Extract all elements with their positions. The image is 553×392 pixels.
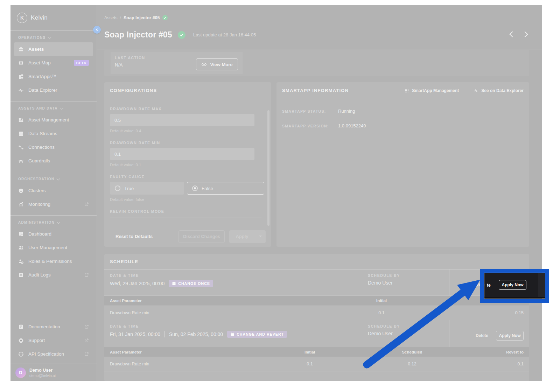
section-label-orchestration[interactable]: ORCHESTRATION <box>18 177 93 181</box>
change-once-badge: CHANGE ONCE <box>169 280 213 287</box>
view-more-button[interactable]: View More <box>196 58 238 70</box>
sidebar-item-roles-permissions[interactable]: Roles & Permissions <box>14 254 93 268</box>
see-on-data-explorer-link[interactable]: See on Data Explorer <box>474 88 524 93</box>
sidebar-item-connections[interactable]: Connections <box>14 140 93 154</box>
external-link-icon <box>84 202 89 206</box>
section-label-administration[interactable]: ADMINISTRATION <box>18 220 93 224</box>
apply-button[interactable]: Apply <box>229 230 266 243</box>
drawdown-rate-min-input[interactable]: 0.1 <box>110 148 254 160</box>
sidebar-item-support[interactable]: Support <box>14 334 93 347</box>
field-default-hint: Default value: 0.1 <box>110 163 266 167</box>
status-check-icon <box>178 31 186 39</box>
sidebar-item-label: SmartApps™ <box>28 74 56 79</box>
field-drawdown-rate-min: DRAWDOWN RATE MIN 0.1 Default value: 0.1 <box>110 141 266 167</box>
users-icon <box>18 245 24 251</box>
cell-parameter: Drawdown Rate min <box>104 362 273 366</box>
smartapp-information-title: SMARTAPP INFORMATION <box>282 88 349 93</box>
header-divider <box>97 49 542 49</box>
sidebar-item-smartapps[interactable]: SmartApps™ <box>14 70 93 83</box>
sidebar-item-audit-logs[interactable]: Audit Logs <box>14 268 93 282</box>
apply-now-button[interactable]: Apply Now <box>496 331 524 341</box>
clusters-icon <box>18 188 24 194</box>
schedule-title: SCHEDULE <box>110 259 138 264</box>
asset-map-icon <box>18 60 24 66</box>
field-label: DRAWDOWN RATE MIN <box>110 141 266 145</box>
last-action-cell: LAST ACTION N/A <box>111 52 181 74</box>
next-asset-button[interactable] <box>522 31 528 37</box>
view-more-label: View More <box>210 62 232 67</box>
sidebar-item-asset-management[interactable]: Asset Management <box>14 113 93 127</box>
reset-to-defaults-button[interactable]: Reset to Defaults <box>115 234 153 239</box>
external-link-icon <box>84 338 89 343</box>
schedule-date: Wed, 29 Jan 2025, 00:00 <box>110 281 164 286</box>
faulty-gauge-false-option[interactable]: False <box>187 182 264 195</box>
sidebar-item-label: Clusters <box>28 188 46 193</box>
view-more-cell: View More <box>181 52 243 74</box>
apply-label: Apply <box>229 234 255 239</box>
data-streams-icon <box>18 131 24 136</box>
support-icon <box>18 338 24 343</box>
sidebar-item-monitoring[interactable]: Monitoring <box>14 197 93 211</box>
sidebar-item-api-specification[interactable]: API Specification <box>14 347 93 361</box>
user-profile[interactable]: D Demo User demo@kelvin.ai <box>10 364 97 381</box>
last-action-panel: LAST ACTION N/A View More <box>104 50 529 76</box>
sidebar-item-data-explorer[interactable]: Data Explorer <box>14 83 93 97</box>
page-title: Soap Injector #05 <box>104 30 172 40</box>
sidebar-item-user-management[interactable]: User Management <box>14 241 93 254</box>
sidebar-item-assets[interactable]: Assets <box>14 42 93 56</box>
sidebar-item-asset-map[interactable]: Asset Map BETA <box>14 56 93 70</box>
field-kelvin-control-mode: KELVIN CONTROL MODE <box>110 209 266 217</box>
field-default-hint: Default value: false <box>110 197 266 202</box>
breadcrumb-separator: / <box>120 15 121 20</box>
sidebar-item-label: Asset Management <box>28 117 69 122</box>
last-update-text: Last update at 28 Jan 16:44:05 <box>193 32 256 37</box>
date-divider <box>164 331 165 337</box>
radio-selected-icon <box>192 186 198 191</box>
section-label-assets-data[interactable]: ASSETS AND DATA <box>18 106 93 110</box>
breadcrumb-assets[interactable]: Assets <box>104 15 118 20</box>
cell-parameter: Drawdown Rate min <box>104 310 312 315</box>
field-label: DRAWDOWN RATE MAX <box>110 107 266 111</box>
smartapp-status-label: SMARTAPP STATUS: <box>282 109 338 113</box>
sidebar-section-orchestration: ORCHESTRATION Clusters Monitoring <box>10 172 97 215</box>
field-default-hint: Default value: 0.4 <box>110 129 266 133</box>
badge-label: CHANGE AND REVERT <box>237 332 284 336</box>
sidebar-item-label: User Management <box>28 245 67 250</box>
sidebar-section-operations: OPERATIONS Assets Asset Map BETA SmartAp… <box>10 31 97 101</box>
kelvin-logo-icon: K <box>17 13 27 23</box>
sidebar-item-clusters[interactable]: Clusters <box>14 184 93 197</box>
col-asset-parameter: Asset Parameter <box>104 350 273 354</box>
brand-logo: K Kelvin˙ <box>10 5 97 31</box>
sidebar-item-documentation[interactable]: Documentation <box>14 320 93 334</box>
calendar-icon <box>172 281 176 286</box>
sidebar-item-label: Asset Map <box>28 60 51 65</box>
col-initial: Initial <box>273 350 346 354</box>
breadcrumb: Assets / Soap Injector #05 <box>104 15 168 20</box>
grid-icon <box>404 88 409 93</box>
drawdown-rate-max-input[interactable]: 0.5 <box>110 114 254 126</box>
external-link-icon <box>84 352 89 356</box>
date-time-cell: DATE & TIME Fri, 31 Jan 2025, 00:00 Sun,… <box>104 320 362 347</box>
section-label-operations[interactable]: OPERATIONS <box>18 36 93 40</box>
discard-changes-button[interactable]: Discard Changes <box>178 230 225 243</box>
sidebar-item-label: Dashboard <box>28 231 51 237</box>
sidebar-item-guardrails[interactable]: Guardrails <box>14 154 93 168</box>
scrollbar-thumb[interactable] <box>267 110 270 226</box>
sidebar-collapse-button[interactable] <box>93 26 101 34</box>
field-label: KELVIN CONTROL MODE <box>110 209 266 214</box>
sidebar-item-dashboard[interactable]: Dashboard <box>14 227 93 241</box>
previous-asset-button[interactable] <box>510 31 516 37</box>
audit-logs-icon <box>18 272 24 278</box>
sidebar-item-data-streams[interactable]: Data Streams <box>14 127 93 140</box>
eye-icon <box>201 62 207 67</box>
faulty-gauge-true-option[interactable]: True <box>110 182 184 195</box>
smartapps-icon <box>18 74 24 79</box>
chevron-down-icon <box>60 106 63 110</box>
api-specification-icon <box>18 351 24 357</box>
sidebar-item-label: Monitoring <box>28 202 50 207</box>
smartapp-version-label: SMARTAPP VERSION: <box>282 124 338 128</box>
smartapp-management-link[interactable]: SmartApp Management <box>404 88 459 93</box>
sidebar-item-label: Support <box>28 338 45 343</box>
sidebar-item-label: Assets <box>28 47 44 52</box>
beta-badge: BETA <box>74 60 89 66</box>
